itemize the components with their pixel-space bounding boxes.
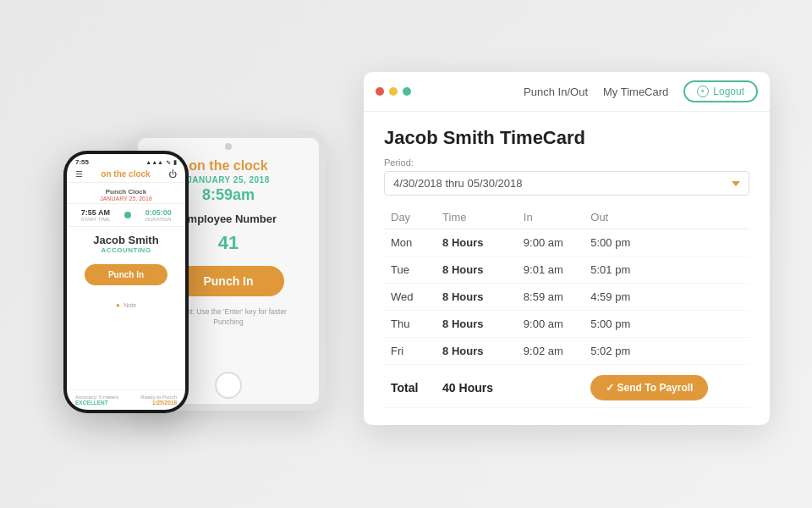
cell-time: 8 Hours: [436, 284, 517, 311]
dot-green[interactable]: [403, 87, 411, 96]
total-time: 40 Hours: [436, 365, 517, 408]
cell-out: 5:00 pm: [584, 311, 749, 338]
tablet-time: 8:59am: [202, 186, 255, 204]
phone-time-section: 7:55 AM START TIME 0:05:00 DURATION: [67, 204, 185, 227]
dot-red[interactable]: [376, 87, 384, 96]
cell-out: 5:00 pm: [584, 229, 749, 257]
cell-day: Wed: [384, 284, 436, 311]
cell-time: 8 Hours: [436, 311, 517, 338]
power-icon[interactable]: ⏻: [168, 169, 177, 179]
cell-day: Fri: [384, 338, 436, 365]
note-icon: ●: [116, 301, 120, 309]
tablet-punch-button[interactable]: Punch In: [173, 266, 283, 296]
send-payroll-button[interactable]: ✓ Send To Payroll: [590, 375, 708, 400]
cell-day: Mon: [384, 229, 436, 257]
table-row: Mon8 Hours9:00 am5:00 pm: [384, 229, 749, 257]
phone-start-time: 7:55 AM START TIME: [80, 208, 110, 222]
phone-status-time: 7:55: [75, 158, 89, 166]
phone-note-section: ● Note: [67, 292, 185, 312]
timecard-table: Day Time In Out Mon8 Hours9:00 am5:00 pm…: [384, 206, 749, 408]
browser-panel: Punch In/Out My TimeCard ⚬ Logout Jacob …: [364, 72, 770, 425]
phone-department: ACCOUNTING: [67, 246, 185, 254]
phone-footer: Accuracy: 5 meters EXCELLENT Ready to Pu…: [67, 389, 185, 410]
cell-day: Thu: [384, 311, 436, 338]
signal-icon: ▲▲▲: [145, 159, 163, 165]
menu-icon[interactable]: ☰: [75, 169, 83, 179]
cell-out: 5:01 pm: [584, 257, 749, 284]
dot-yellow[interactable]: [389, 87, 398, 96]
phone-ready: Ready to Punch 1/25/2018: [140, 395, 177, 406]
phone-brand: on the clock: [101, 169, 150, 179]
timecard-title: Jacob Smith TimeCard: [384, 127, 749, 149]
tablet-brand: on the clock: [189, 158, 267, 174]
phone-accuracy: Accuracy: 5 meters EXCELLENT: [75, 395, 118, 406]
period-label: Period:: [384, 157, 749, 168]
wifi-icon: ∿: [166, 159, 171, 166]
browser-top-bar: Punch In/Out My TimeCard ⚬ Logout: [364, 72, 770, 112]
col-time: Time: [436, 206, 517, 229]
scene: Punch In/Out My TimeCard ⚬ Logout Jacob …: [0, 0, 812, 508]
total-label: Total: [384, 365, 436, 408]
cell-in: 9:02 am: [517, 338, 584, 365]
user-icon: ⚬: [697, 86, 709, 97]
phone-status-bar: 7:55 ▲▲▲ ∿ ▮: [67, 154, 185, 168]
punch-clock-date: JANUARY 25, 2018: [67, 196, 185, 202]
tablet-home-button[interactable]: [215, 372, 242, 399]
tablet-camera: [225, 143, 232, 150]
cell-out: 4:59 pm: [584, 284, 749, 311]
phone-note-label: Note: [123, 302, 136, 308]
phone-screen: 7:55 ▲▲▲ ∿ ▮ ☰ on the clock ⏻ Punch Cloc…: [67, 154, 185, 410]
tablet-emp-label: Employee Number: [180, 213, 277, 225]
punch-in-out-link[interactable]: Punch In/Out: [524, 86, 588, 98]
tablet-emp-number: 41: [218, 232, 239, 254]
phone: 7:55 ▲▲▲ ∿ ▮ ☰ on the clock ⏻ Punch Cloc…: [63, 151, 189, 413]
cell-time: 8 Hours: [436, 229, 517, 257]
logout-button[interactable]: ⚬ Logout: [683, 80, 758, 102]
table-row: Tue8 Hours9:01 am5:01 pm: [384, 257, 749, 284]
browser-content: Jacob Smith TimeCard Period: 4/30/2018 t…: [364, 112, 770, 425]
browser-dots: [376, 87, 411, 96]
punch-clock-label: Punch Clock: [67, 188, 185, 196]
cell-in: 9:00 am: [517, 229, 584, 257]
cell-day: Tue: [384, 257, 436, 284]
table-row: Wed8 Hours8:59 am4:59 pm: [384, 284, 749, 311]
punch-clock-section: Punch Clock JANUARY 25, 2018: [67, 183, 185, 204]
phone-name-section: Jacob Smith ACCOUNTING: [67, 227, 185, 257]
phone-name: Jacob Smith: [67, 234, 185, 246]
col-out: Out: [584, 206, 749, 229]
browser-nav: Punch In/Out My TimeCard ⚬ Logout: [524, 80, 758, 102]
cell-out: 5:02 pm: [584, 338, 749, 365]
table-row: Thu8 Hours9:00 am5:00 pm: [384, 311, 749, 338]
phone-punch-button[interactable]: Punch In: [85, 264, 167, 285]
col-day: Day: [384, 206, 436, 229]
col-in: In: [517, 206, 584, 229]
cell-in: 9:01 am: [517, 257, 584, 284]
table-row: Fri8 Hours9:02 am5:02 pm: [384, 338, 749, 365]
cell-in: 8:59 am: [517, 284, 584, 311]
tablet-date: JANUARY 25, 2018: [187, 175, 270, 185]
battery-icon: ▮: [173, 159, 177, 166]
cell-in: 9:00 am: [517, 311, 584, 338]
period-select[interactable]: 4/30/2018 thru 05/30/2018: [384, 171, 749, 196]
phone-status-dot: [124, 212, 131, 218]
phone-status-icons: ▲▲▲ ∿ ▮: [145, 159, 177, 166]
my-timecard-link[interactable]: My TimeCard: [603, 86, 668, 98]
phone-header: ☰ on the clock ⏻: [67, 168, 185, 183]
cell-time: 8 Hours: [436, 257, 517, 284]
total-row: Total40 Hours✓ Send To Payroll: [384, 365, 749, 408]
send-payroll-cell: ✓ Send To Payroll: [584, 365, 749, 408]
cell-time: 8 Hours: [436, 338, 517, 365]
phone-duration: 0:05:00 DURATION: [145, 208, 172, 222]
